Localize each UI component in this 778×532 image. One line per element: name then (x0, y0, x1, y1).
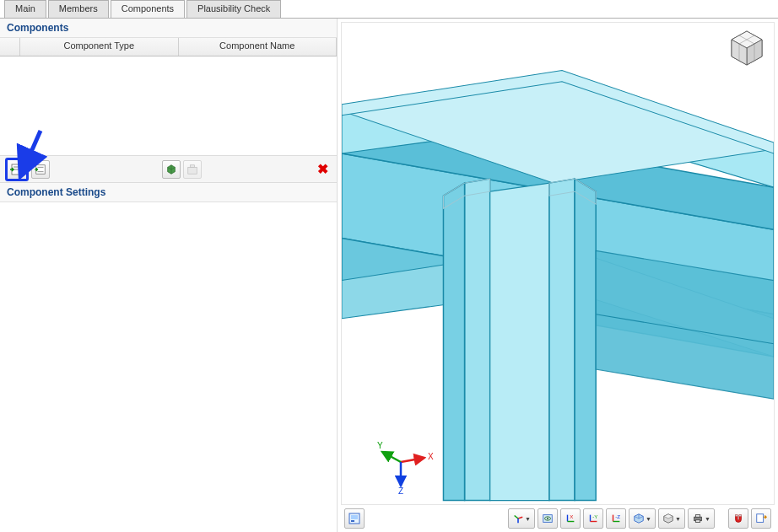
magnet-icon (732, 513, 744, 524)
svg-text:X: X (570, 513, 573, 519)
table-edit-icon (186, 164, 198, 175)
steel-connection-scene (342, 23, 774, 504)
refresh-cube-icon (165, 164, 177, 175)
svg-marker-17 (490, 183, 549, 500)
view-y-icon: -Y (587, 513, 599, 524)
col-index (0, 38, 20, 56)
svg-rect-40 (351, 520, 354, 522)
insert-list-icon (35, 164, 46, 175)
svg-rect-65 (736, 515, 738, 517)
refresh-3d-button[interactable] (162, 160, 181, 179)
svg-rect-63 (695, 515, 700, 518)
svg-point-46 (547, 518, 548, 519)
svg-text:Z: Z (398, 486, 403, 496)
components-toolbar: ✖ (0, 156, 337, 183)
tab-members[interactable]: Members (48, 0, 109, 18)
tab-main[interactable]: Main (4, 0, 46, 18)
axis-toggle-button[interactable]: ▼ (508, 508, 535, 529)
tab-plausibility[interactable]: Plausibility Check (186, 0, 281, 18)
magnet-button[interactable] (728, 508, 748, 529)
print-graphic-icon (348, 512, 361, 525)
svg-text:-Z: -Z (615, 513, 620, 519)
svg-rect-39 (351, 515, 358, 519)
svg-rect-6 (187, 167, 197, 174)
insert-component-button[interactable] (31, 160, 50, 179)
component-settings-title: Component Settings (0, 183, 337, 202)
printer-icon (692, 513, 704, 524)
view-z-button[interactable]: -Z (606, 508, 626, 529)
print-view-button[interactable] (344, 508, 365, 529)
new-window-icon (755, 513, 767, 524)
svg-rect-66 (739, 515, 742, 517)
col-component-type: Component Type (20, 38, 179, 56)
eye-cube-icon (542, 513, 554, 524)
iso-view-button[interactable]: ▼ (629, 508, 656, 529)
svg-rect-7 (190, 164, 194, 167)
delete-x-icon: ✖ (317, 161, 328, 177)
left-panel: Components Component Type Component Name (0, 19, 338, 532)
svg-rect-67 (757, 514, 764, 523)
view-cube-gizmo[interactable] (727, 28, 767, 68)
render-cube-icon (662, 513, 674, 524)
svg-marker-16 (443, 183, 464, 500)
svg-text:Y: Y (377, 441, 383, 450)
render-mode-button[interactable]: ▼ (658, 508, 685, 529)
component-settings-panel (0, 202, 337, 532)
delete-component-button[interactable]: ✖ (313, 160, 332, 179)
view-x-icon: X (565, 513, 576, 524)
svg-line-32 (401, 458, 424, 462)
viewport-panel: X Y Z ▼ (338, 19, 778, 532)
tab-components[interactable]: Components (111, 0, 185, 18)
svg-line-41 (518, 517, 522, 519)
table-header: Component Type Component Name (0, 38, 337, 56)
svg-rect-64 (695, 520, 700, 523)
tab-bar: Main Members Components Plausibility Che… (0, 0, 778, 19)
edit-component-button (183, 160, 202, 179)
components-panel-title: Components (0, 19, 337, 38)
add-component-button[interactable] (5, 158, 29, 181)
svg-line-42 (515, 516, 518, 519)
axis-icon (512, 513, 524, 524)
print-dropdown-button[interactable]: ▼ (688, 508, 715, 529)
components-table: Component Type Component Name (0, 38, 337, 156)
new-window-button[interactable] (751, 508, 771, 529)
show-all-button[interactable] (538, 508, 558, 529)
iso-icon (633, 513, 645, 524)
svg-marker-18 (549, 179, 575, 500)
view-y-button[interactable]: -Y (583, 508, 603, 529)
axis-gizmo[interactable]: X Y Z (375, 437, 435, 496)
view-x-button[interactable]: X (560, 508, 581, 529)
svg-marker-15 (465, 179, 490, 500)
svg-line-33 (382, 452, 401, 462)
add-list-icon (10, 163, 24, 176)
svg-text:-Y: -Y (592, 513, 597, 519)
col-component-name: Component Name (179, 38, 338, 56)
viewport-toolbar: ▼ X -Y (341, 507, 775, 530)
svg-marker-19 (575, 179, 596, 500)
svg-text:X: X (428, 452, 434, 461)
3d-viewport[interactable]: X Y Z (341, 22, 775, 505)
view-z-icon: -Z (610, 513, 622, 524)
